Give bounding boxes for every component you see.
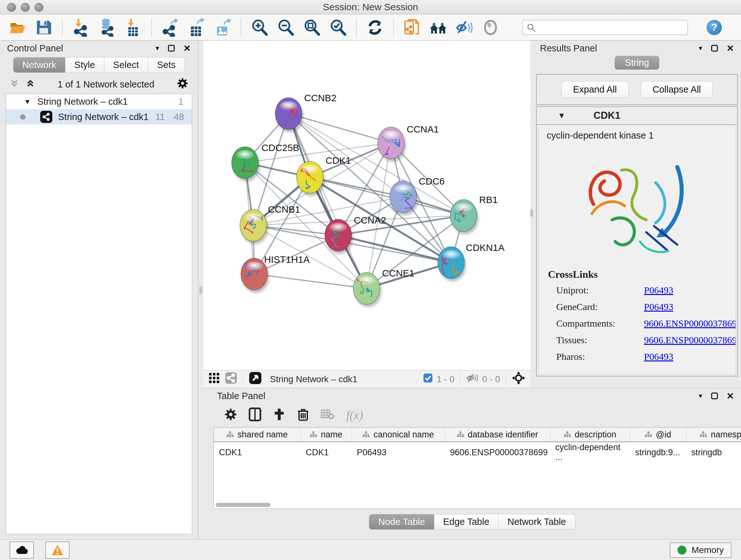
tab-node-table[interactable]: Node Table bbox=[369, 514, 434, 530]
zoom-in-button[interactable] bbox=[250, 18, 269, 37]
crosslink-uniprot[interactable]: P06493 bbox=[644, 285, 736, 296]
cell-canonical-name[interactable]: P06493 bbox=[352, 442, 445, 462]
node-label-CDC6: CDC6 bbox=[419, 176, 445, 186]
birdseye-grid-icon[interactable] bbox=[208, 372, 220, 386]
help-button[interactable]: ? bbox=[706, 20, 722, 35]
panel-close-icon[interactable]: ✕ bbox=[184, 43, 191, 54]
network-canvas[interactable]: CCNB2CCNA1CDC25BCDK1CDC6RB1CCNB1CCNA2CDK… bbox=[203, 41, 530, 370]
network-row[interactable]: String Network – cdk1 11 48 bbox=[6, 109, 192, 125]
horizontal-scrollbar[interactable] bbox=[216, 503, 271, 507]
show-all-button[interactable] bbox=[481, 18, 500, 37]
pan-crosshair-icon[interactable] bbox=[512, 371, 525, 387]
memory-button[interactable]: Memory bbox=[670, 543, 731, 558]
column-header[interactable]: database identifier bbox=[445, 428, 550, 442]
collapse-all-networks-icon[interactable] bbox=[25, 78, 35, 90]
crosslink-compartments[interactable]: 9606.ENSP00000378699 bbox=[644, 318, 736, 329]
cell-database-identifier[interactable]: 9606.ENSP00000378699 bbox=[445, 442, 550, 462]
export-table-button[interactable] bbox=[187, 18, 205, 37]
network-bullet-icon bbox=[20, 114, 25, 120]
network-node-RB1[interactable]: RB1 bbox=[450, 194, 498, 234]
zoom-window-button[interactable] bbox=[35, 3, 44, 12]
column-header[interactable]: namespace bbox=[686, 428, 741, 442]
warnings-button[interactable] bbox=[45, 542, 70, 559]
network-collection-row[interactable]: ▼ String Network – cdk1 1 bbox=[6, 94, 192, 109]
panel-float-icon[interactable] bbox=[711, 392, 718, 400]
import-network-database-button[interactable] bbox=[98, 18, 116, 37]
crosslink-pharos[interactable]: P06493 bbox=[644, 351, 736, 362]
string-import-button[interactable] bbox=[403, 18, 421, 37]
hide-selected-button[interactable] bbox=[455, 18, 474, 37]
selected-checkbox-icon[interactable] bbox=[423, 373, 433, 385]
network-share-icon[interactable] bbox=[225, 372, 237, 386]
refresh-button[interactable] bbox=[366, 18, 384, 37]
close-window-button[interactable] bbox=[7, 3, 16, 12]
network-node-CCNB1[interactable]: CCNB1 bbox=[240, 204, 300, 244]
network-node-CCNE1[interactable]: CCNE1 bbox=[353, 268, 414, 307]
column-header[interactable]: shared name bbox=[214, 428, 300, 442]
show-columns-icon[interactable] bbox=[249, 408, 261, 423]
cell-id[interactable]: stringdb:9... bbox=[630, 442, 686, 462]
network-node-CDC25B[interactable]: CDC25B bbox=[232, 142, 299, 181]
expand-all-button[interactable]: Expand All bbox=[561, 81, 629, 98]
network-options-gear-icon[interactable] bbox=[177, 78, 188, 91]
network-node-HIST1H1A[interactable]: HIST1H1A bbox=[241, 254, 310, 293]
export-network-button[interactable] bbox=[161, 18, 179, 37]
add-column-icon[interactable] bbox=[273, 408, 286, 423]
panel-close-icon[interactable]: ✕ bbox=[727, 43, 734, 54]
open-in-new-window-icon[interactable] bbox=[249, 372, 262, 387]
panel-menu-icon[interactable]: ▾ bbox=[698, 392, 702, 400]
tab-select[interactable]: Select bbox=[105, 57, 148, 73]
zoom-fit-button[interactable] bbox=[302, 18, 321, 37]
network-node-CDC6[interactable]: CDC6 bbox=[390, 176, 445, 215]
zoom-out-button[interactable] bbox=[276, 18, 295, 37]
left-splitter[interactable] bbox=[198, 41, 203, 539]
network-node-CCNA1[interactable]: CCNA1 bbox=[378, 124, 439, 162]
panel-menu-icon[interactable]: ▾ bbox=[698, 44, 702, 52]
right-splitter[interactable] bbox=[530, 41, 533, 388]
column-header[interactable]: name bbox=[300, 428, 352, 442]
table-row[interactable]: CDK1 CDK1 P06493 9606.ENSP00000378699 cy… bbox=[214, 442, 741, 462]
tab-network-table[interactable]: Network Table bbox=[498, 514, 575, 530]
tab-network[interactable]: Network bbox=[13, 57, 65, 73]
collapse-all-button[interactable]: Collapse All bbox=[641, 81, 713, 98]
column-header[interactable]: description bbox=[550, 428, 630, 442]
tab-style[interactable]: Style bbox=[65, 57, 104, 73]
import-table-file-button[interactable] bbox=[124, 18, 142, 37]
string-home-button[interactable] bbox=[429, 18, 448, 37]
delete-column-trash-icon[interactable] bbox=[297, 408, 309, 423]
open-session-button[interactable] bbox=[8, 18, 27, 37]
crosslink-genecard[interactable]: P06493 bbox=[644, 301, 736, 312]
panel-menu-icon[interactable]: ▾ bbox=[155, 44, 159, 52]
search-input[interactable] bbox=[539, 22, 684, 33]
panel-float-icon[interactable] bbox=[711, 44, 718, 52]
crosslink-tissues[interactable]: 9606.ENSP00000378699 bbox=[644, 334, 736, 346]
cell-name[interactable]: CDK1 bbox=[300, 442, 352, 462]
delete-table-icon[interactable] bbox=[321, 409, 335, 422]
tab-edge-table[interactable]: Edge Table bbox=[434, 514, 499, 530]
column-header[interactable]: @id bbox=[630, 428, 686, 442]
cell-namespace[interactable]: stringdb bbox=[686, 442, 741, 462]
function-builder-icon[interactable]: f(x) bbox=[346, 408, 363, 422]
save-session-button[interactable] bbox=[35, 18, 53, 37]
panel-close-icon[interactable]: ✕ bbox=[727, 391, 734, 401]
column-header[interactable]: canonical name bbox=[352, 428, 445, 442]
expand-all-networks-icon[interactable] bbox=[10, 78, 19, 90]
panel-float-icon[interactable] bbox=[167, 44, 175, 52]
network-node-count: 11 bbox=[155, 112, 165, 122]
collection-expand-icon[interactable]: ▼ bbox=[24, 98, 31, 106]
section-expand-icon[interactable]: ▼ bbox=[558, 111, 565, 120]
tab-sets[interactable]: Sets bbox=[148, 57, 185, 73]
table-header-row: shared name name canonical name database… bbox=[214, 428, 741, 442]
gene-section-header[interactable]: ▼ CDK1 bbox=[537, 107, 737, 125]
cell-description[interactable]: cyclin-dependent ... bbox=[550, 442, 630, 462]
minimize-window-button[interactable] bbox=[21, 3, 30, 12]
cell-shared-name[interactable]: CDK1 bbox=[214, 442, 300, 462]
zoom-selected-button[interactable] bbox=[329, 18, 347, 37]
tab-string[interactable]: String bbox=[615, 56, 659, 70]
network-node-CDKN1A[interactable]: CDKN1A bbox=[438, 242, 504, 282]
table-settings-gear-icon[interactable] bbox=[224, 408, 237, 422]
import-network-file-button[interactable] bbox=[71, 18, 90, 37]
export-image-button[interactable] bbox=[213, 18, 232, 37]
cloud-status-button[interactable] bbox=[10, 542, 34, 559]
hidden-eye-slash-icon[interactable] bbox=[466, 373, 478, 385]
